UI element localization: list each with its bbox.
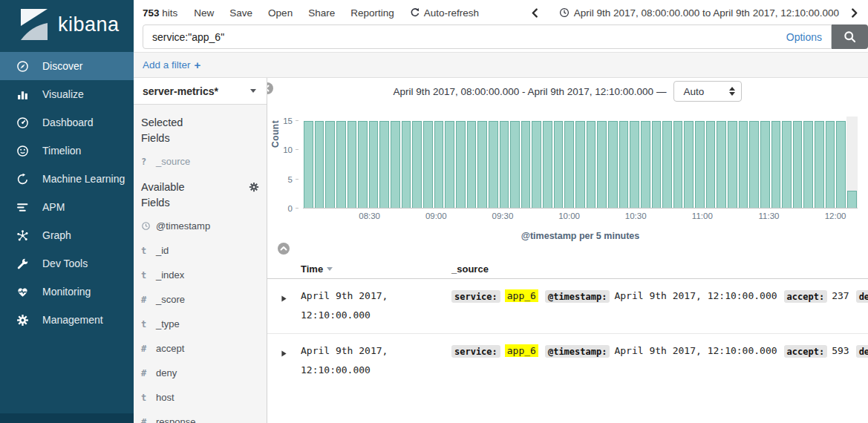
histogram-bucket[interactable]	[814, 117, 825, 208]
sidebar-item-graph[interactable]: Graph	[0, 221, 134, 249]
sidebar-item-timelion[interactable]: Timelion	[0, 137, 134, 165]
sidebar-item-machine-learning[interactable]: Machine Learning	[0, 165, 134, 193]
sidebar-item-discover[interactable]: Discover	[0, 52, 134, 80]
histogram-bucket[interactable]	[619, 117, 630, 208]
histogram-bucket[interactable]	[466, 117, 477, 208]
histogram-bucket[interactable]	[434, 117, 445, 208]
histogram-bucket[interactable]	[553, 117, 564, 208]
histogram-bucket[interactable]	[422, 117, 434, 208]
expand-row-icon[interactable]	[281, 341, 301, 380]
filter-bar: Add a filter +	[134, 52, 868, 78]
histogram-bucket[interactable]	[792, 117, 803, 208]
sidebar-item-apm[interactable]: APM	[0, 193, 134, 221]
histogram-bucket[interactable]	[314, 117, 325, 208]
query-input[interactable]	[152, 31, 779, 43]
expand-row-icon[interactable]	[281, 286, 301, 325]
histogram-bucket[interactable]	[488, 117, 499, 208]
query-options-link[interactable]: Options	[786, 31, 822, 43]
sidebar-item-dashboard[interactable]: Dashboard	[0, 108, 134, 137]
index-pattern-selector[interactable]: server-metrics*	[134, 78, 267, 105]
histogram-bucket[interactable]	[357, 117, 368, 208]
histogram-bucket[interactable]	[542, 117, 553, 208]
histogram-bucket[interactable]	[379, 117, 390, 208]
time-column-header[interactable]: Time	[301, 263, 451, 275]
histogram-bar	[619, 121, 629, 208]
open-button[interactable]: Open	[268, 7, 293, 19]
histogram-bucket[interactable]	[444, 117, 455, 208]
field-item-timestamp[interactable]: @timestamp	[141, 214, 259, 238]
histogram-bucket[interactable]	[640, 117, 651, 208]
histogram-bucket[interactable]	[738, 117, 749, 208]
search-button[interactable]	[832, 24, 868, 49]
histogram-bucket[interactable]	[564, 117, 575, 208]
share-button[interactable]: Share	[308, 7, 335, 19]
sidebar-collapse-strip[interactable]	[0, 413, 134, 423]
interval-select[interactable]: Auto	[673, 81, 742, 102]
time-back-icon[interactable]	[530, 8, 540, 18]
histogram-bucket[interactable]	[390, 117, 401, 208]
sidebar-item-visualize[interactable]: Visualize	[0, 80, 134, 108]
field-item-score[interactable]: #_score	[141, 287, 259, 312]
histogram-bucket[interactable]	[727, 117, 738, 208]
field-item-source[interactable]: ?_source	[141, 149, 259, 174]
field-settings-gear-icon[interactable]	[249, 182, 259, 192]
histogram-bucket[interactable]	[803, 117, 814, 208]
histogram-bucket[interactable]	[716, 117, 727, 208]
field-value-highlighted: app_6	[505, 344, 538, 357]
histogram-bucket[interactable]	[662, 117, 673, 208]
histogram-bucket[interactable]	[368, 117, 379, 208]
time-forward-icon[interactable]	[849, 8, 859, 18]
save-button[interactable]: Save	[229, 7, 252, 19]
field-item-deny[interactable]: #deny	[141, 361, 259, 385]
histogram-bucket[interactable]	[575, 117, 586, 208]
sidebar-item-monitoring[interactable]: Monitoring	[0, 278, 134, 306]
field-item-host[interactable]: thost	[141, 385, 259, 410]
histogram-bucket[interactable]	[694, 117, 705, 208]
field-item-accept[interactable]: #accept	[141, 336, 259, 361]
kibana-logo[interactable]: kibana	[0, 0, 134, 49]
field-item-type[interactable]: t_type	[141, 312, 259, 336]
histogram-bucket[interactable]	[673, 117, 684, 208]
histogram-bucket[interactable]	[607, 117, 619, 208]
histogram-bucket[interactable]	[411, 117, 422, 208]
histogram-bucket[interactable]	[760, 117, 771, 208]
histogram-bucket[interactable]	[347, 117, 358, 208]
histogram-bucket[interactable]	[455, 117, 466, 208]
histogram-bucket[interactable]	[499, 117, 510, 208]
sidebar-item-dev-tools[interactable]: Dev Tools	[0, 249, 134, 278]
histogram-bucket[interactable]	[324, 117, 336, 208]
y-axis-labels: 051015	[267, 117, 298, 209]
add-filter-button[interactable]: Add a filter +	[143, 59, 200, 71]
x-axis-tick-label: 11:30	[759, 212, 780, 220]
field-item-index[interactable]: t_index	[141, 263, 259, 287]
histogram-bucket[interactable]	[683, 117, 694, 208]
reporting-button[interactable]: Reporting	[350, 7, 394, 19]
histogram-bucket[interactable]	[521, 117, 532, 208]
field-item-id[interactable]: t_id	[141, 238, 259, 263]
histogram-bucket[interactable]	[303, 117, 314, 208]
histogram-bucket[interactable]	[629, 117, 640, 208]
histogram-bar	[402, 121, 411, 208]
collapse-chart-button[interactable]	[278, 243, 290, 255]
time-range-picker[interactable]: April 9th 2017, 08:00:00.000 to April 9t…	[559, 7, 839, 19]
histogram-bucket[interactable]	[835, 117, 846, 208]
histogram-bar	[347, 121, 357, 208]
histogram-bucket[interactable]	[477, 117, 488, 208]
histogram-bucket[interactable]	[596, 117, 607, 208]
sidebar-item-management[interactable]: Management	[0, 306, 134, 334]
histogram-bucket[interactable]	[705, 117, 717, 208]
histogram-bucket[interactable]	[781, 117, 792, 208]
histogram-bucket[interactable]	[771, 117, 782, 208]
histogram-bucket[interactable]	[336, 117, 347, 208]
new-button[interactable]: New	[194, 7, 214, 19]
histogram-bucket[interactable]	[531, 117, 542, 208]
histogram-bucket[interactable]	[651, 117, 662, 208]
field-item-response[interactable]: #response	[141, 410, 259, 423]
auto-refresh-button[interactable]: Auto-refresh	[410, 7, 479, 19]
histogram-bucket[interactable]	[509, 117, 521, 208]
histogram-bucket[interactable]	[586, 117, 597, 208]
histogram-bucket[interactable]	[825, 117, 836, 208]
histogram-bucket[interactable]	[846, 117, 858, 208]
histogram-bucket[interactable]	[748, 117, 760, 208]
histogram-bucket[interactable]	[401, 117, 412, 208]
